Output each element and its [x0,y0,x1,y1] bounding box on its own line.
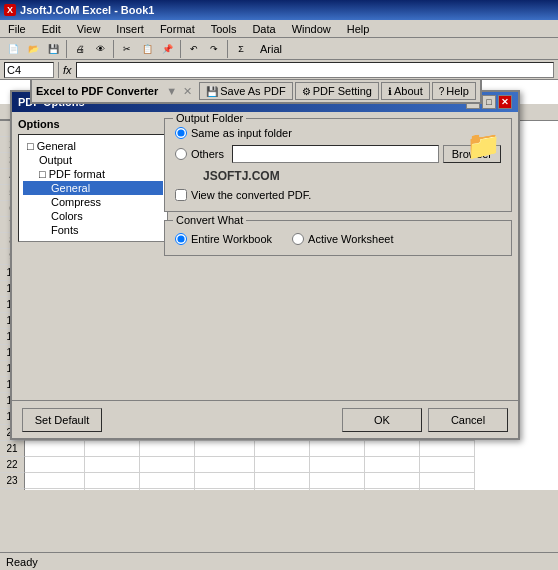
save-as-pdf-btn[interactable]: 💾 Save As PDF [199,82,292,100]
footer-right: OK Cancel [342,408,508,432]
menu-tools[interactable]: Tools [207,21,241,37]
menu-edit[interactable]: Edit [38,21,65,37]
grid-cell[interactable] [195,441,255,457]
grid-cell[interactable] [140,441,195,457]
excel-logo: X [4,4,16,16]
menu-help[interactable]: Help [343,21,374,37]
expand-general-icon: □ [27,140,34,152]
table-row: 24 [0,489,558,490]
set-default-button[interactable]: Set Default [22,408,102,432]
grid-cell[interactable] [195,489,255,490]
save-btn[interactable]: 💾 [44,40,62,58]
grid-cell[interactable] [140,489,195,490]
entire-workbook-label: Entire Workbook [191,233,272,245]
help-btn[interactable]: ? Help [432,82,476,100]
menu-format[interactable]: Format [156,21,199,37]
grid-cell[interactable] [85,489,140,490]
tree-item-pdf-format[interactable]: □ PDF format [23,167,163,181]
pdf-options-dialog: PDF Options ─ □ ✕ Options □ General [10,90,520,440]
redo-btn[interactable]: ↷ [205,40,223,58]
excel-titlebar: X JsoftJ.CoM Excel - Book1 [0,0,558,20]
grid-cell[interactable] [255,473,310,489]
grid-cell[interactable] [310,457,365,473]
dialog-body: Options □ General Output □ [12,112,518,422]
grid-cell[interactable] [255,489,310,490]
view-pdf-checkbox[interactable] [175,189,187,201]
grid-cell[interactable] [365,473,420,489]
about-icon: ℹ [388,86,392,97]
convert-what-label: Convert What [173,214,246,226]
undo-btn[interactable]: ↶ [185,40,203,58]
others-row: Others Browser [175,145,501,163]
row-number: 21 [0,441,25,457]
grid-cell[interactable] [420,473,475,489]
open-btn[interactable]: 📂 [24,40,42,58]
menu-view[interactable]: View [73,21,105,37]
same-input-radio[interactable] [175,127,187,139]
tree-item-general-sub[interactable]: General [23,181,163,195]
options-label: Options [18,118,158,130]
grid-cell[interactable] [255,441,310,457]
menu-window[interactable]: Window [288,21,335,37]
app-title: JsoftJ.CoM Excel - Book1 [20,4,154,16]
grid-cell[interactable] [420,457,475,473]
grid-cell[interactable] [195,473,255,489]
copy-btn[interactable]: 📋 [138,40,156,58]
grid-cell[interactable] [25,457,85,473]
menu-data[interactable]: Data [248,21,279,37]
menu-insert[interactable]: Insert [112,21,148,37]
sum-btn[interactable]: Σ [232,40,250,58]
row-number: 24 [0,489,25,490]
same-input-row: Same as input folder [175,127,501,139]
tree-item-colors[interactable]: Colors [23,209,163,223]
grid-cell[interactable] [365,457,420,473]
grid-cell[interactable] [310,441,365,457]
menu-file[interactable]: File [4,21,30,37]
grid-cell[interactable] [85,457,140,473]
tree-item-output[interactable]: Output [23,153,163,167]
grid-cell[interactable] [420,489,475,490]
output-folder-label: Output Folder [173,112,246,124]
print-btn[interactable]: 🖨 [71,40,89,58]
others-path-input[interactable] [232,145,439,163]
entire-workbook-radio[interactable] [175,233,187,245]
active-worksheet-radio[interactable] [292,233,304,245]
tree-item-compress[interactable]: Compress [23,195,163,209]
about-btn[interactable]: ℹ About [381,82,430,100]
cancel-button[interactable]: Cancel [428,408,508,432]
grid-cell[interactable] [195,457,255,473]
cut-btn[interactable]: ✂ [118,40,136,58]
new-btn[interactable]: 📄 [4,40,22,58]
entire-workbook-row: Entire Workbook [175,233,272,245]
grid-cell[interactable] [365,441,420,457]
formula-input[interactable] [76,62,554,78]
grid-cell[interactable] [310,473,365,489]
save-pdf-icon: 💾 [206,86,218,97]
dialog-maximize-btn[interactable]: □ [482,95,496,109]
others-radio[interactable] [175,148,187,160]
preview-btn[interactable]: 👁 [91,40,109,58]
table-row: 22 [0,457,558,473]
dialog-close-btn[interactable]: ✕ [498,95,512,109]
pdf-setting-btn[interactable]: ⚙ PDF Setting [295,82,379,100]
converter-minimize[interactable]: ▼ [166,85,177,97]
grid-cell[interactable] [140,473,195,489]
font-name[interactable]: Arial [260,43,282,55]
converter-close[interactable]: ✕ [183,85,192,98]
grid-cell[interactable] [85,473,140,489]
grid-cell[interactable] [25,473,85,489]
tree-item-fonts[interactable]: Fonts [23,223,163,237]
grid-cell[interactable] [255,457,310,473]
tree-item-general[interactable]: □ General [23,139,163,153]
grid-cell[interactable] [420,441,475,457]
grid-cell[interactable] [140,457,195,473]
grid-cell[interactable] [365,489,420,490]
cell-reference[interactable]: C4 [4,62,54,78]
grid-cell[interactable] [310,489,365,490]
grid-cell[interactable] [25,489,85,490]
grid-cell[interactable] [25,441,85,457]
ok-button[interactable]: OK [342,408,422,432]
paste-btn[interactable]: 📌 [158,40,176,58]
grid-cell[interactable] [85,441,140,457]
active-worksheet-row: Active Worksheet [292,233,393,245]
